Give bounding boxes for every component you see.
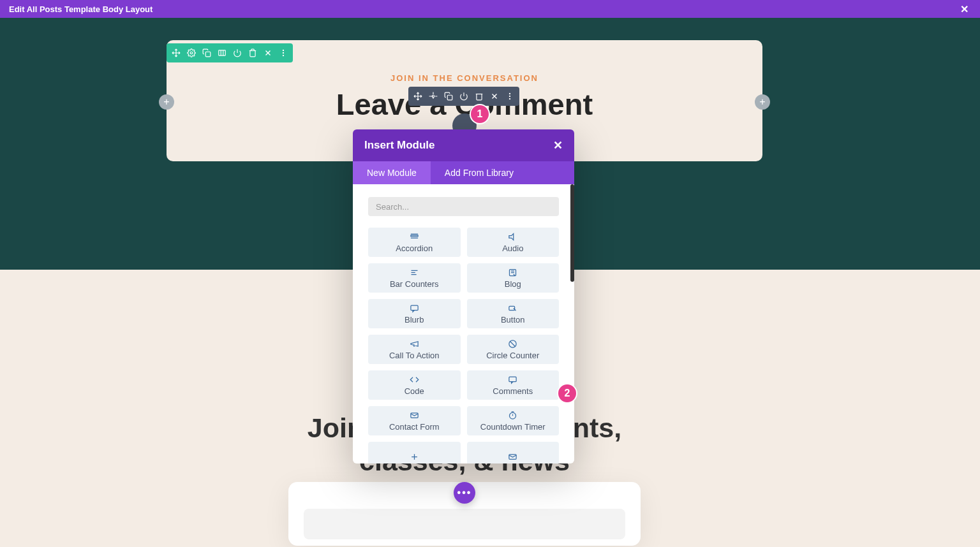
trash-icon[interactable] bbox=[472, 89, 486, 103]
builder-canvas: JOIN IN THE CONVERSATION Leave a Comment… bbox=[0, 18, 980, 547]
module-contact-form[interactable]: Contact Form bbox=[368, 406, 461, 435]
annotation-badge-1: 1 bbox=[470, 104, 490, 124]
module-circle-counter[interactable]: Circle Counter bbox=[467, 335, 560, 364]
modal-scrollbar[interactable] bbox=[570, 184, 574, 282]
annotation-badge-2: 2 bbox=[557, 383, 577, 404]
modal-title: Insert Module bbox=[364, 139, 435, 152]
module-audio[interactable]: Audio bbox=[467, 228, 560, 257]
trash-icon[interactable] bbox=[246, 46, 260, 60]
move-icon[interactable] bbox=[169, 46, 183, 60]
ellipsis-icon: ••• bbox=[457, 488, 472, 498]
section-toolbar bbox=[167, 43, 293, 62]
module-code[interactable]: Code bbox=[368, 370, 461, 400]
add-section-left-button[interactable]: + bbox=[159, 94, 174, 110]
module-bar-counters[interactable]: Bar Counters bbox=[368, 263, 461, 293]
more-icon[interactable] bbox=[276, 46, 290, 60]
svg-rect-17 bbox=[411, 235, 418, 237]
svg-line-28 bbox=[510, 341, 516, 346]
page-title: Edit All Posts Template Body Layout bbox=[9, 4, 152, 14]
svg-point-0 bbox=[190, 52, 193, 54]
module-partial-1[interactable] bbox=[368, 442, 461, 463]
module-accordion[interactable]: Accordion bbox=[368, 228, 461, 257]
duplicate-icon[interactable] bbox=[200, 46, 214, 60]
more-icon[interactable] bbox=[503, 89, 517, 103]
svg-point-16 bbox=[509, 98, 510, 99]
svg-point-8 bbox=[283, 52, 284, 54]
close-editor-icon[interactable]: ✕ bbox=[958, 1, 971, 18]
module-toolbar bbox=[408, 87, 519, 106]
tab-add-from-library[interactable]: Add From Library bbox=[431, 161, 528, 184]
modal-tabs: New Module Add From Library bbox=[353, 161, 574, 184]
svg-marker-20 bbox=[509, 233, 514, 240]
editor-top-bar: Edit All Posts Template Body Layout ✕ bbox=[0, 0, 980, 18]
svg-rect-2 bbox=[219, 50, 226, 55]
close-icon[interactable] bbox=[261, 46, 275, 60]
module-partial-2[interactable] bbox=[467, 442, 560, 463]
svg-point-15 bbox=[509, 96, 510, 97]
insert-module-modal: Insert Module ✕ New Module Add From Libr… bbox=[353, 129, 574, 463]
newsletter-input-placeholder[interactable] bbox=[304, 509, 625, 539]
svg-rect-25 bbox=[411, 305, 418, 310]
modal-close-icon[interactable]: ✕ bbox=[553, 138, 563, 152]
close-icon[interactable] bbox=[487, 89, 501, 103]
module-search-input[interactable] bbox=[368, 197, 559, 216]
module-grid: Accordion Audio Bar Counters Blog Blurb … bbox=[368, 228, 559, 463]
module-button[interactable]: Button bbox=[467, 299, 560, 328]
power-icon[interactable] bbox=[457, 89, 471, 103]
settings-gear-icon[interactable] bbox=[184, 46, 198, 60]
module-countdown-timer[interactable]: Countdown Timer bbox=[467, 406, 560, 435]
settings-gear-icon[interactable] bbox=[426, 89, 440, 103]
tab-new-module[interactable]: New Module bbox=[353, 161, 431, 184]
svg-rect-29 bbox=[509, 377, 516, 382]
svg-point-14 bbox=[509, 93, 510, 94]
power-icon[interactable] bbox=[230, 46, 244, 60]
add-section-right-button[interactable]: + bbox=[755, 94, 770, 110]
builder-fab-button[interactable]: ••• bbox=[454, 482, 475, 504]
duplicate-icon[interactable] bbox=[442, 89, 456, 103]
move-icon[interactable] bbox=[411, 89, 425, 103]
modal-body: Accordion Audio Bar Counters Blog Blurb … bbox=[353, 184, 574, 463]
svg-point-7 bbox=[283, 50, 284, 51]
svg-rect-11 bbox=[447, 95, 452, 100]
module-call-to-action[interactable]: Call To Action bbox=[368, 335, 461, 364]
modal-header: Insert Module ✕ bbox=[353, 129, 574, 161]
module-comments[interactable]: Comments bbox=[467, 370, 560, 400]
columns-icon[interactable] bbox=[215, 46, 229, 60]
module-blog[interactable]: Blog bbox=[467, 263, 560, 293]
svg-point-9 bbox=[283, 55, 284, 56]
section-eyebrow: JOIN IN THE CONVERSATION bbox=[167, 73, 762, 83]
module-blurb[interactable]: Blurb bbox=[368, 299, 461, 328]
svg-rect-1 bbox=[205, 52, 211, 57]
